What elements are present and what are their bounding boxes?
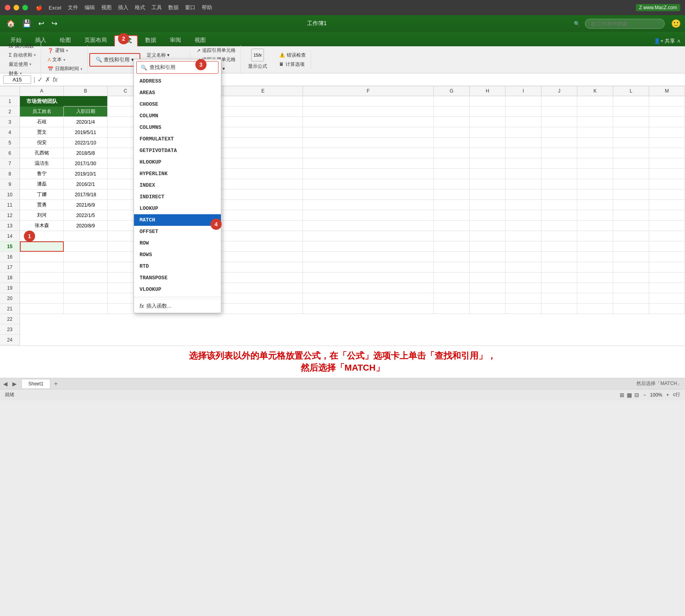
cell-m19[interactable] — [649, 283, 685, 293]
menu-view[interactable]: 视图 — [101, 4, 112, 11]
cell-g11[interactable] — [434, 200, 470, 210]
minimize-button[interactable] — [14, 5, 19, 10]
cell-f6[interactable] — [303, 148, 434, 158]
cell-i19[interactable] — [506, 283, 541, 293]
dropdown-item-indirect[interactable]: INDIRECT — [134, 191, 221, 203]
col-header-e[interactable]: E — [223, 86, 303, 96]
tab-data[interactable]: 数据 — [139, 34, 163, 46]
layout-view-icon[interactable]: ⊟ — [634, 392, 639, 398]
cell-a13[interactable]: 张木森 — [20, 221, 64, 231]
cell-a8[interactable]: 鲁宁 — [20, 169, 64, 179]
col-header-k[interactable]: K — [577, 86, 613, 96]
undo-icon[interactable]: ↩ — [36, 18, 47, 29]
cell-h9[interactable] — [470, 179, 506, 190]
row-header-23[interactable]: 23 — [0, 324, 20, 335]
row-header-16[interactable]: 16 — [0, 252, 20, 262]
cell-e10[interactable] — [223, 190, 303, 200]
cell-h4[interactable] — [470, 127, 506, 138]
cell-h10[interactable] — [470, 190, 506, 200]
cell-f21[interactable] — [303, 304, 434, 314]
cell-i1[interactable] — [506, 96, 541, 107]
cell-j11[interactable] — [541, 200, 577, 210]
maximize-button[interactable] — [22, 5, 28, 10]
dropdown-item-areas[interactable]: AREAS — [134, 87, 221, 99]
cell-i16[interactable] — [506, 252, 541, 262]
home-icon[interactable]: 🏠 — [4, 18, 18, 29]
cell-b7[interactable]: 2017/1/30 — [64, 158, 108, 169]
cell-k14[interactable] — [577, 231, 613, 241]
cell-i20[interactable] — [506, 293, 541, 304]
cell-b12[interactable]: 2022/1/5 — [64, 210, 108, 221]
cell-k1[interactable] — [577, 96, 613, 107]
menu-data[interactable]: 数据 — [168, 4, 179, 11]
cell-j13[interactable] — [541, 221, 577, 231]
cell-g21[interactable] — [434, 304, 470, 314]
cell-j21[interactable] — [541, 304, 577, 314]
cell-reference-input[interactable]: A15 — [3, 75, 31, 84]
row-header-6[interactable]: 6 — [0, 148, 20, 158]
cell-f11[interactable] — [303, 200, 434, 210]
dropdown-item-getpivot[interactable]: GETPIVOTDATA — [134, 145, 221, 156]
cell-k12[interactable] — [577, 210, 613, 221]
cell-i17[interactable] — [506, 262, 541, 272]
cell-a6[interactable]: 孔西铭 — [20, 148, 64, 158]
cell-e15[interactable] — [223, 241, 303, 252]
cell-f2[interactable] — [303, 107, 434, 117]
cell-e12[interactable] — [223, 210, 303, 221]
cell-k3[interactable] — [577, 117, 613, 127]
cell-f16[interactable] — [303, 252, 434, 262]
dropdown-item-columns[interactable]: COLUMNS — [134, 122, 221, 133]
text-btn[interactable]: A 文本 ▾ — [45, 55, 68, 64]
cell-a21[interactable] — [20, 304, 64, 314]
col-header-l[interactable]: L — [613, 86, 649, 96]
cell-h21[interactable] — [470, 304, 506, 314]
cell-a1[interactable]: 市场营销团队 — [20, 96, 64, 107]
cell-a15[interactable] — [20, 241, 64, 252]
row-header-15[interactable]: 15 — [0, 241, 20, 252]
cell-b14[interactable] — [64, 231, 108, 241]
row-header-1[interactable]: 1 — [0, 96, 20, 107]
cell-b21[interactable] — [64, 304, 108, 314]
cell-b3[interactable]: 2020/1/4 — [64, 117, 108, 127]
cell-m3[interactable] — [649, 117, 685, 127]
cell-l14[interactable] — [613, 231, 649, 241]
row-header-8[interactable]: 8 — [0, 169, 20, 179]
cell-j8[interactable] — [541, 169, 577, 179]
close-button[interactable] — [5, 5, 10, 10]
cell-h12[interactable] — [470, 210, 506, 221]
cell-h18[interactable] — [470, 272, 506, 283]
cell-l6[interactable] — [613, 148, 649, 158]
cell-g16[interactable] — [434, 252, 470, 262]
cell-b16[interactable] — [64, 252, 108, 262]
tab-layout[interactable]: 页面布局 — [78, 34, 113, 46]
col-header-m[interactable]: M — [649, 86, 685, 96]
cell-b10[interactable]: 2017/9/18 — [64, 190, 108, 200]
row-header-10[interactable]: 10 — [0, 190, 20, 200]
row-header-24[interactable]: 24 — [0, 335, 20, 345]
cell-g12[interactable] — [434, 210, 470, 221]
row-header-9[interactable]: 9 — [0, 179, 20, 190]
cell-a3[interactable]: 石歧 — [20, 117, 64, 127]
dropdown-item-formulatext[interactable]: FORMULATEXT — [134, 133, 221, 145]
cell-l7[interactable] — [613, 158, 649, 169]
dropdown-item-address[interactable]: ADDRESS — [134, 75, 221, 87]
cell-m7[interactable] — [649, 158, 685, 169]
cell-k21[interactable] — [577, 304, 613, 314]
cell-j14[interactable] — [541, 231, 577, 241]
cell-a10[interactable]: 丁娜 — [20, 190, 64, 200]
sheet-nav-right[interactable]: ▶ — [12, 381, 17, 387]
cell-i14[interactable] — [506, 231, 541, 241]
cell-e20[interactable] — [223, 293, 303, 304]
cell-i4[interactable] — [506, 127, 541, 138]
lookup-ref-btn[interactable]: 🔍 查找和引用 ▾ — [93, 55, 136, 64]
insert-function-btn[interactable]: fx 插入函数 — [6, 42, 36, 50]
cell-m20[interactable] — [649, 293, 685, 304]
dropdown-item-column[interactable]: COLUMN — [134, 110, 221, 122]
cell-a2[interactable]: 员工姓名 — [20, 107, 64, 117]
menu-format[interactable]: 格式 — [135, 4, 145, 11]
show-formulas-btn[interactable]: 显示公式 — [246, 62, 270, 71]
col-header-g[interactable]: G — [434, 86, 470, 96]
cell-f17[interactable] — [303, 262, 434, 272]
cell-j12[interactable] — [541, 210, 577, 221]
cell-m14[interactable] — [649, 231, 685, 241]
